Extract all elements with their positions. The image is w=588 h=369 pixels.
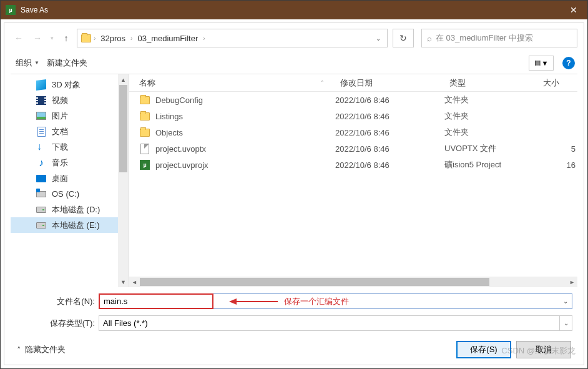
sidebar-item[interactable]: 本地磁盘 (D:)	[11, 202, 129, 217]
close-button[interactable]: ✕	[559, 1, 587, 19]
column-size[interactable]: 大小	[538, 77, 576, 89]
sidebar-scrollbar[interactable]: ▲ ▼	[118, 74, 129, 287]
nav-back-button[interactable]: ←	[11, 29, 27, 47]
sidebar: 3D 对象视频图片文档下载♪音乐桌面OS (C:)本地磁盘 (D:)本地磁盘 (…	[11, 74, 129, 287]
bottom-bar: ˄ 隐藏文件夹 保存(S) 取消	[11, 337, 577, 361]
sidebar-item[interactable]: 图片	[11, 108, 129, 124]
hide-folders-toggle[interactable]: ˄ 隐藏文件夹	[17, 344, 66, 355]
sidebar-item[interactable]: 3D 对象	[11, 77, 129, 92]
sort-indicator-icon: ˄	[321, 80, 324, 86]
file-date: 2022/10/6 8:46	[335, 160, 444, 170]
file-row[interactable]: project.uvoptx2022/10/6 8:46UVOPTX 文件5	[129, 140, 577, 157]
sidebar-item-label: OS (C:)	[52, 189, 79, 199]
nav-row: ← → ▾ ↑ › 32pros › 03_mediumFilter › ⌄ ↻…	[11, 28, 577, 48]
file-name: DebugConfig	[155, 96, 203, 105]
folder-icon	[139, 94, 150, 106]
app-icon: µ	[6, 5, 16, 15]
file-name: project.uvprojx	[155, 160, 208, 170]
breadcrumb-bar[interactable]: › 32pros › 03_mediumFilter › ⌄	[77, 29, 388, 47]
file-size: 5	[538, 144, 576, 154]
sidebar-item[interactable]: 视频	[11, 92, 129, 108]
chevron-up-icon: ˄	[17, 345, 21, 355]
file-row[interactable]: µproject.uvprojx2022/10/6 8:46礦ision5 Pr…	[129, 157, 577, 173]
dropdown-icon[interactable]: ⌄	[559, 298, 572, 305]
breadcrumb-item[interactable]: 03_mediumFilter	[134, 34, 202, 43]
filename-field-rest[interactable]: ⌄	[213, 293, 572, 309]
video-icon	[36, 95, 47, 106]
sidebar-item[interactable]: 下载	[11, 139, 129, 155]
organize-button[interactable]: 组织▼	[13, 55, 42, 71]
sidebar-item[interactable]: ♪音乐	[11, 155, 129, 170]
column-date[interactable]: 修改日期	[335, 77, 444, 89]
chevron-right-icon: ›	[203, 35, 205, 42]
scroll-right-icon[interactable]: ►	[567, 277, 577, 287]
file-type: 礦ision5 Project	[444, 159, 538, 170]
filetype-select[interactable]: ⌄	[99, 315, 572, 331]
help-button[interactable]: ?	[562, 57, 575, 69]
search-input[interactable]: ⌕ 在 03_mediumFilter 中搜索	[421, 29, 577, 47]
file-date: 2022/10/6 8:46	[335, 144, 444, 154]
titlebar: µ Save As ✕	[1, 1, 587, 19]
file-type: 文件夹	[444, 127, 538, 138]
file-icon	[139, 143, 150, 154]
file-date: 2022/10/6 8:46	[335, 96, 444, 105]
window-title: Save As	[21, 6, 559, 14]
scroll-thumb[interactable]	[140, 278, 489, 286]
file-name: Listings	[155, 112, 183, 121]
view-options-button[interactable]: ▤▼	[529, 56, 554, 71]
sidebar-item-label: 下载	[52, 142, 68, 153]
cancel-button[interactable]: 取消	[516, 341, 571, 358]
sidebar-item-label: 3D 对象	[52, 79, 81, 91]
nav-up-button[interactable]: ↑	[58, 29, 74, 47]
filetype-value	[99, 316, 559, 330]
desktop-icon	[36, 173, 47, 184]
file-name: project.uvoptx	[155, 144, 206, 154]
sidebar-item-label: 本地磁盘 (E:)	[52, 220, 100, 231]
horizontal-scrollbar[interactable]: ◄ ►	[129, 277, 577, 287]
sidebar-item[interactable]: 本地磁盘 (E:)	[11, 217, 129, 233]
file-row[interactable]: Listings2022/10/6 8:46文件夹	[129, 108, 577, 124]
osdrive-icon	[36, 189, 47, 200]
toolbar: 组织▼ 新建文件夹 ▤▼ ?	[11, 52, 577, 74]
path-dropdown-icon[interactable]: ⌄	[372, 35, 385, 42]
chevron-right-icon: ›	[94, 35, 96, 42]
file-row[interactable]: DebugConfig2022/10/6 8:46文件夹	[129, 92, 577, 108]
sidebar-item-label: 图片	[52, 111, 68, 122]
form-area: 文件名(N): ⌄ 保存一个汇编文件 保存类型(T): ⌄	[11, 287, 577, 337]
filename-input[interactable]	[100, 295, 212, 308]
scroll-up-icon[interactable]: ▲	[118, 74, 129, 85]
file-date: 2022/10/6 8:46	[335, 112, 444, 121]
file-row[interactable]: Objects2022/10/6 8:46文件夹	[129, 124, 577, 140]
3d-icon	[36, 79, 47, 91]
file-name: Objects	[155, 128, 183, 137]
new-folder-button[interactable]: 新建文件夹	[44, 55, 90, 71]
column-name[interactable]: 名称˄	[129, 77, 335, 89]
scroll-thumb[interactable]	[119, 85, 127, 172]
nav-history-dropdown[interactable]: ▾	[48, 35, 56, 41]
nav-forward-button[interactable]: →	[29, 29, 46, 47]
filetype-label: 保存类型(T):	[42, 318, 95, 329]
file-date: 2022/10/6 8:46	[335, 128, 444, 137]
column-headers: 名称˄ 修改日期 类型 大小	[129, 74, 577, 92]
folder-icon	[139, 127, 150, 138]
sidebar-item-label: 视频	[52, 95, 68, 106]
filename-field-highlight	[99, 293, 213, 309]
sidebar-item[interactable]: 桌面	[11, 170, 129, 186]
sidebar-item[interactable]: 文档	[11, 124, 129, 139]
search-placeholder: 在 03_mediumFilter 中搜索	[436, 32, 533, 44]
refresh-button[interactable]: ↻	[393, 29, 414, 47]
breadcrumb-item[interactable]: 32pros	[97, 34, 129, 43]
save-as-dialog: µ Save As ✕ ← → ▾ ↑ › 32pros › 03_medium…	[0, 0, 588, 369]
body: 3D 对象视频图片文档下载♪音乐桌面OS (C:)本地磁盘 (D:)本地磁盘 (…	[11, 74, 577, 287]
file-type: UVOPTX 文件	[444, 143, 538, 154]
sidebar-item-label: 文档	[52, 126, 68, 137]
file-pane: 名称˄ 修改日期 类型 大小 DebugConfig2022/10/6 8:46…	[129, 74, 577, 287]
scroll-left-icon[interactable]: ◄	[129, 277, 140, 287]
folder-icon	[139, 111, 150, 122]
column-type[interactable]: 类型	[444, 77, 538, 89]
dropdown-icon[interactable]: ⌄	[559, 316, 572, 330]
save-button[interactable]: 保存(S)	[456, 341, 511, 358]
scroll-down-icon[interactable]: ▼	[118, 277, 129, 287]
downloads-icon	[36, 142, 47, 153]
sidebar-item[interactable]: OS (C:)	[11, 186, 129, 202]
